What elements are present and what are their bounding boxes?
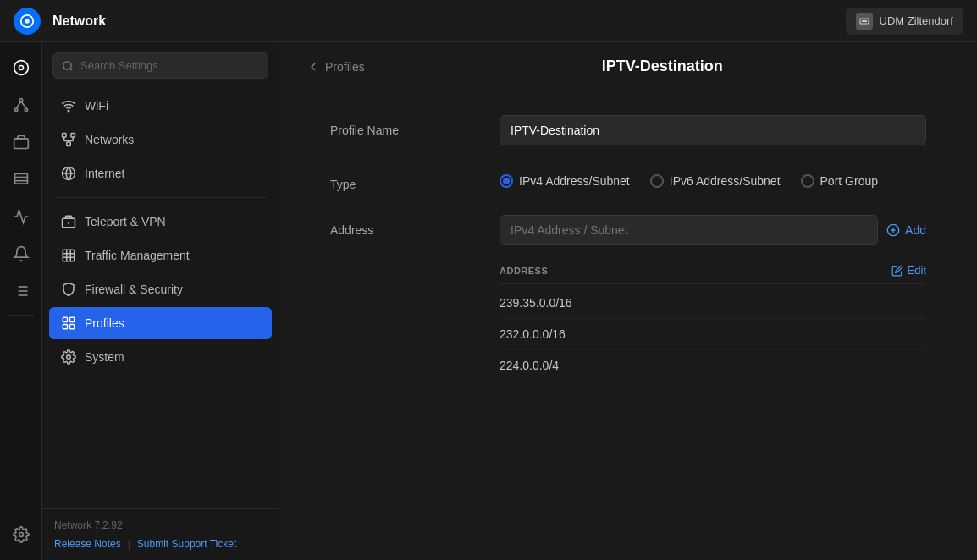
system-icon bbox=[61, 349, 76, 365]
search-bar[interactable] bbox=[52, 52, 268, 79]
radio-port-label: Port Group bbox=[820, 174, 878, 188]
nav-sidebar: WiFi Networks Internet bbox=[42, 42, 279, 560]
search-icon bbox=[62, 60, 74, 72]
submit-support-link[interactable]: Submit Support Ticket bbox=[137, 538, 236, 550]
page-title-topbar: Network bbox=[52, 14, 846, 29]
breadcrumb-label: Profiles bbox=[325, 60, 365, 74]
logo-icon bbox=[19, 14, 35, 29]
sidebar-icon-home[interactable] bbox=[4, 51, 38, 85]
svg-line-10 bbox=[21, 102, 26, 108]
address-input-row: Add bbox=[500, 215, 926, 245]
back-button[interactable]: Profiles bbox=[306, 60, 365, 74]
device-name: UDM Ziltendorf bbox=[880, 14, 953, 27]
sidebar-icon-settings[interactable] bbox=[4, 518, 38, 552]
profile-name-label: Profile Name bbox=[330, 115, 483, 137]
sidebar-icon-separator bbox=[8, 315, 34, 316]
edit-button[interactable]: Edit bbox=[891, 264, 926, 277]
address-col-header: ADDRESS bbox=[500, 266, 548, 276]
svg-rect-11 bbox=[14, 139, 28, 149]
address-label: Address bbox=[330, 215, 483, 237]
sidebar-label-wifi: WiFi bbox=[85, 99, 108, 113]
address-entry-2: 224.0.0.0/4 bbox=[500, 350, 926, 381]
address-value-1: 232.0.0.0/16 bbox=[500, 327, 566, 341]
sidebar-icon-topology[interactable] bbox=[4, 88, 38, 122]
svg-point-5 bbox=[19, 66, 23, 70]
radio-ipv6[interactable]: IPv6 Address/Subnet bbox=[650, 174, 781, 188]
sidebar-icon-list[interactable] bbox=[4, 274, 38, 308]
sidebar-icon-devices[interactable] bbox=[4, 125, 38, 159]
content-area: Profiles IPTV-Destination Profile Name T… bbox=[279, 42, 977, 560]
radio-ipv4-label: IPv4 Address/Subnet bbox=[519, 174, 630, 188]
svg-rect-12 bbox=[14, 173, 27, 184]
wifi-icon bbox=[61, 98, 76, 113]
radio-ipv4-circle bbox=[500, 174, 513, 188]
add-address-button[interactable]: Add bbox=[886, 216, 926, 244]
svg-rect-39 bbox=[63, 325, 67, 329]
sidebar-label-teleport: Teleport & VPN bbox=[85, 215, 166, 228]
type-field: IPv4 Address/Subnet IPv6 Address/Subnet … bbox=[500, 169, 926, 188]
svg-rect-25 bbox=[63, 134, 67, 138]
profiles-icon bbox=[61, 316, 76, 331]
radio-port-group[interactable]: Port Group bbox=[801, 174, 878, 188]
type-row: Type IPv4 Address/Subnet IPv6 Address/Su… bbox=[330, 169, 926, 191]
sidebar-item-traffic-management[interactable]: Traffic Management bbox=[49, 239, 272, 272]
sidebar-label-profiles: Profiles bbox=[85, 316, 124, 330]
networks-icon bbox=[61, 132, 76, 147]
add-label: Add bbox=[905, 223, 926, 237]
svg-point-1 bbox=[25, 19, 29, 23]
address-value-0: 239.35.0.0/16 bbox=[500, 296, 572, 310]
sidebar-icon-stats[interactable] bbox=[4, 200, 38, 233]
sidebar-item-firewall-security[interactable]: Firewall & Security bbox=[49, 273, 272, 305]
address-table-header: ADDRESS Edit bbox=[500, 257, 926, 284]
sidebar-label-networks: Networks bbox=[85, 133, 134, 146]
sidebar-item-networks[interactable]: Networks bbox=[49, 124, 272, 156]
sidebar-label-internet: Internet bbox=[85, 167, 124, 180]
search-input[interactable] bbox=[80, 59, 259, 72]
sidebar-item-internet[interactable]: Internet bbox=[49, 157, 272, 189]
form-body: Profile Name Type IPv4 Address/Subnet bbox=[279, 91, 977, 560]
sidebar-icon-alerts[interactable] bbox=[4, 237, 38, 271]
svg-rect-37 bbox=[63, 317, 67, 321]
sidebar-icon-clients[interactable] bbox=[4, 162, 38, 196]
traffic-icon bbox=[61, 248, 76, 263]
device-icon bbox=[856, 13, 873, 30]
udm-icon bbox=[859, 16, 869, 26]
svg-point-6 bbox=[19, 99, 22, 102]
svg-rect-38 bbox=[70, 317, 75, 321]
sidebar-label-traffic: Traffic Management bbox=[85, 249, 190, 262]
device-selector[interactable]: UDM Ziltendorf bbox=[846, 8, 963, 35]
type-radio-group: IPv4 Address/Subnet IPv6 Address/Subnet … bbox=[500, 169, 926, 188]
version-label: Network 7.2.92 bbox=[54, 519, 267, 531]
profile-name-input[interactable] bbox=[500, 115, 926, 145]
profile-name-field bbox=[500, 115, 926, 145]
radio-port-circle bbox=[801, 174, 814, 188]
nav-links: Release Notes | Submit Support Ticket bbox=[54, 538, 267, 550]
radio-ipv4[interactable]: IPv4 Address/Subnet bbox=[500, 174, 630, 188]
svg-point-8 bbox=[25, 108, 27, 111]
svg-rect-36 bbox=[63, 250, 75, 261]
sidebar-item-system[interactable]: System bbox=[49, 341, 272, 373]
app-logo[interactable] bbox=[14, 8, 41, 35]
sidebar-item-teleport-vpn[interactable]: Teleport & VPN bbox=[49, 206, 272, 238]
chevron-left-icon bbox=[306, 60, 320, 74]
svg-point-7 bbox=[14, 108, 17, 111]
address-input[interactable] bbox=[500, 215, 878, 245]
main-layout: WiFi Networks Internet bbox=[0, 42, 977, 560]
topbar: Network UDM Ziltendorf bbox=[0, 0, 977, 42]
svg-rect-27 bbox=[67, 142, 71, 146]
vpn-icon bbox=[61, 214, 76, 229]
address-field: Add ADDRESS Edit bbox=[500, 215, 926, 381]
svg-point-24 bbox=[68, 110, 69, 112]
content-page-title: IPTV-Destination bbox=[375, 58, 950, 75]
address-value-2: 224.0.0.0/4 bbox=[500, 359, 559, 372]
svg-rect-3 bbox=[862, 20, 867, 22]
sidebar-item-profiles[interactable]: Profiles bbox=[49, 307, 272, 339]
sidebar-item-wifi[interactable]: WiFi bbox=[49, 90, 272, 122]
type-label: Type bbox=[330, 169, 483, 191]
nav-divider-1 bbox=[54, 197, 267, 198]
icon-sidebar bbox=[0, 42, 42, 560]
edit-label: Edit bbox=[908, 264, 926, 277]
release-notes-link[interactable]: Release Notes bbox=[54, 538, 121, 550]
svg-point-4 bbox=[14, 61, 28, 75]
svg-point-41 bbox=[67, 355, 71, 360]
